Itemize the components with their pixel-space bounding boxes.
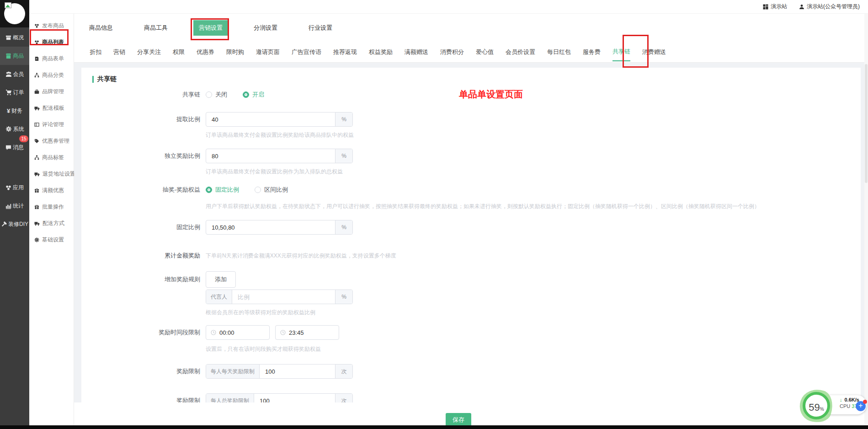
independent-ratio-input[interactable] [206,149,335,163]
add-rule-button[interactable]: 添加 [206,271,236,288]
section-accent-bar [92,76,94,83]
daily-limit-input[interactable] [260,365,335,378]
tab-referral-cashback[interactable]: 推荐返现 [333,43,357,61]
total-limit-prefix: 每人总奖励限制 [206,394,254,402]
submenu-item-goods-form[interactable]: 商品表单 [29,50,74,67]
tab-goods-tools[interactable]: 商品工具 [138,20,173,36]
clock-icon [211,330,216,335]
submenu-item-basic-settings[interactable]: 基础设置 [29,231,74,248]
submenu-item-delivery-template[interactable]: 配送模板 [29,100,74,116]
form-row-time-limit: 奖励时间段限制 [92,325,850,340]
submenu-item-brand-management[interactable]: 品牌管理 [29,83,74,100]
tab-ad-slogan[interactable]: 广告宣传语 [292,43,321,61]
tab-flash-sale[interactable]: 限时购 [226,43,244,61]
sidebar-item-finance[interactable]: ¥ 财务 [0,102,29,120]
sidebar-item-members[interactable]: 会员 [0,65,29,83]
end-time-input[interactable] [289,329,321,336]
gauge-ring: 59 % [803,392,830,419]
tab-member-price[interactable]: 会员价设置 [506,43,535,61]
end-time-picker[interactable] [275,325,339,340]
briefcase-icon [34,89,39,94]
extract-ratio-hint: 订单该商品最终支付金额设置比例奖励给该商品排队中的权益 [206,131,850,139]
sitemap-icon [34,73,39,78]
field-label: 提取比例 [92,112,206,127]
red-annotation-text: 单品单设置页面 [459,88,523,101]
form-row-fixed-ratio: 固定比例 % [92,220,850,235]
sidebar-item-messages[interactable]: 15 消息 [0,138,29,156]
unit-suffix: % [335,113,352,126]
radio-range-ratio[interactable]: 区间比例 [255,186,288,194]
submenu-item-delivery-method[interactable]: 配送方式 [29,215,74,231]
submenu-item-label: 优惠券管理 [42,137,69,145]
page-scrollbar-track[interactable] [864,14,868,425]
field-label: 抽奖-奖励权益 [92,185,206,194]
tab-discount[interactable]: 折扣 [90,43,101,61]
submenu-item-publish-goods[interactable]: 发布商品 [29,17,74,34]
save-button[interactable]: 保存 [446,413,471,427]
start-time-picker[interactable] [206,325,270,340]
main-sidebar: 概况 商品 会员 订单 ¥ 财务 系统 15 消息 应用 统计 装修DIY [0,27,29,429]
sidebar-item-label: 商品 [13,52,24,60]
tab-share-follow[interactable]: 分享关注 [137,43,161,61]
start-time-input[interactable] [219,329,251,336]
submenu-item-batch-operations[interactable]: 批量操作 [29,198,74,215]
gift-icon [34,188,39,193]
daily-limit-prefix: 每人每天奖励限制 [206,365,260,378]
extract-ratio-input[interactable] [206,113,335,126]
sidebar-item-label: 应用 [13,184,24,192]
field-label: 固定比例 [92,220,206,235]
submenu-item-goods-category[interactable]: 商品分类 [29,67,74,83]
tab-rights-reward[interactable]: 权益奖励 [369,43,393,61]
top-header-bar: 演示站 演示站(公众号管理员) [29,0,868,14]
radio-off[interactable]: 关闭 [206,91,227,99]
submenu-item-full-discount[interactable]: 满额优惠 [29,182,74,198]
tab-invite-page[interactable]: 邀请页面 [256,43,280,61]
download-arrow-icon: ↓ [840,397,842,402]
sidebar-item-orders[interactable]: 订单 [0,83,29,102]
user-menu[interactable]: 演示站(公众号管理员) [799,3,860,11]
daily-limit-input-group: 每人每天奖励限制 次 [206,364,353,379]
form-row-cumulative-reward: 累计金额奖励 下单前N天累计消费金额满XXX元获得对应的比例奖励权益，支持设置多… [92,251,850,260]
fixed-ratio-input[interactable] [206,220,335,234]
sidebar-item-diy[interactable]: 装修DIY [0,215,29,233]
sidebar-item-overview[interactable]: 概况 [0,28,29,47]
tab-consume-gift[interactable]: 消费赠送 [642,43,666,61]
tab-share-chain[interactable]: 共享链 [612,43,630,61]
submenu-item-goods-tags[interactable]: 商品标签 [29,149,74,166]
apps-icon [5,185,11,191]
tab-marketing[interactable]: 营销 [113,43,125,61]
submenu-item-goods-list[interactable]: 商品列表 [29,34,74,50]
gear-icon [5,126,12,132]
submenu-item-label: 评论管理 [42,121,64,129]
yen-icon: ¥ [7,107,10,114]
tab-service-fee[interactable]: 服务费 [583,43,601,61]
tab-love-value[interactable]: 爱心值 [476,43,494,61]
tab-marketing-settings[interactable]: 营销设置 [193,20,228,36]
tab-daily-redpacket[interactable]: 每日红包 [547,43,571,61]
field-label: 奖励限制 [92,364,206,379]
tab-goods-info[interactable]: 商品信息 [84,20,118,36]
tab-consume-points[interactable]: 消费积分 [440,43,464,61]
tab-industry-settings[interactable]: 行业设置 [303,20,338,36]
memory-usage-gauge[interactable]: 59 % [800,389,833,422]
sidebar-item-label: 统计 [13,202,24,210]
tab-coupon[interactable]: 优惠券 [197,43,214,61]
total-limit-input[interactable] [254,394,335,402]
tab-profit-settings[interactable]: 分润设置 [248,20,283,36]
tab-permissions[interactable]: 权限 [173,43,185,61]
clock-icon [280,330,286,335]
radio-on[interactable]: 开启 [243,91,264,99]
submenu-item-return-address[interactable]: 退货地址设置 [29,166,74,182]
submenu-item-comment-management[interactable]: 评论管理 [29,116,74,133]
site-switcher[interactable]: 演示站 [763,3,787,11]
ratio-input[interactable] [232,290,335,304]
sidebar-item-apps[interactable]: 应用 [0,178,29,197]
submenu-item-coupon-management[interactable]: 优惠券管理 [29,133,74,149]
page-scrollbar-thumb[interactable] [865,64,868,183]
radio-fixed-ratio[interactable]: 固定比例 [206,186,239,194]
sidebar-item-stats[interactable]: 统计 [0,197,29,215]
sidebar-item-goods[interactable]: 商品 [0,47,29,65]
tab-full-gift[interactable]: 满额赠送 [405,43,428,61]
radio-circle-icon [206,91,212,98]
truck-icon [34,106,40,111]
